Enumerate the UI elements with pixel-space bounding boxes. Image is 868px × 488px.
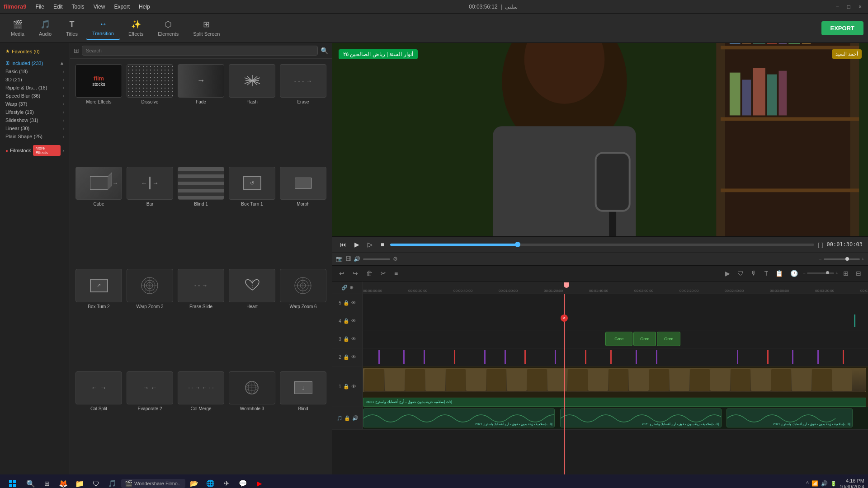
grid-icon[interactable]: ⊞	[74, 47, 79, 54]
edge-icon[interactable]: 🦊	[56, 476, 71, 488]
transition-morph[interactable]: Morph	[280, 167, 326, 265]
link-icon[interactable]: 🔗	[341, 285, 348, 291]
favorites-row[interactable]: ★ Favorites (0)	[3, 47, 67, 56]
volume-systray-icon[interactable]: 🔊	[821, 480, 828, 487]
toolbar-split-screen[interactable]: ⊞ Split Screen	[187, 17, 226, 39]
tl-shield-btn[interactable]: 🛡	[735, 268, 746, 278]
menu-view[interactable]: View	[90, 3, 109, 11]
shield-taskbar[interactable]: 🛡	[89, 476, 103, 488]
zoom-minus[interactable]: −	[819, 256, 821, 262]
clip-green-3[interactable]: Gree	[657, 332, 680, 346]
play-alt-button[interactable]: ▷	[365, 239, 375, 249]
close-btn[interactable]: ×	[856, 4, 864, 10]
track-4-lock[interactable]: 🔒	[343, 318, 349, 324]
rewind-button[interactable]: ⏮	[338, 239, 349, 249]
chrome-icon[interactable]: 🌐	[203, 476, 218, 488]
progress-thumb[interactable]	[515, 242, 520, 247]
filter-ripple[interactable]: Ripple & Dis... (16) ›	[3, 84, 67, 92]
transition-warpzoom6[interactable]: Warp Zoom 6	[280, 269, 326, 367]
toolbar-media[interactable]: 🎬 Media	[5, 17, 31, 39]
audio-clip-3[interactable]: إثات إسلامية حزينة بدون حقوق - أرج أعصاب…	[726, 408, 853, 427]
toolbar-transition[interactable]: ↔ Transition	[86, 17, 120, 40]
track-4-eye[interactable]: 👁	[351, 318, 356, 324]
stop-button[interactable]: ■	[378, 239, 387, 249]
track-3-eye[interactable]: 👁	[351, 336, 356, 342]
transition-evaporate2[interactable]: → ← Evaporate 2	[127, 371, 173, 469]
track-1-lock[interactable]: 🔒	[343, 384, 349, 389]
subtitle-clip-1[interactable]: إثات إسلامية حزينة بدون حقوق - أرج أعصاب…	[363, 398, 866, 407]
tl-zoom-slider[interactable]	[807, 272, 834, 274]
toolbar-elements[interactable]: ⬡ Elements	[151, 17, 185, 39]
network-icon[interactable]: 📶	[811, 480, 818, 487]
track-1-eye[interactable]: 👁	[351, 384, 356, 389]
delete-button[interactable]: 🗑	[364, 268, 375, 278]
filmstock-row[interactable]: ● Filmstock More Effects ›	[3, 143, 67, 158]
volume-icon[interactable]: 🔊	[354, 256, 360, 262]
music-icon[interactable]: 🎵	[105, 476, 119, 488]
transition-filmstocks[interactable]: film stocks More Effects	[75, 64, 122, 162]
tl-clock-btn[interactable]: 🕐	[788, 268, 800, 278]
search-input[interactable]	[82, 46, 318, 56]
included-section[interactable]: ⊞ Included (233) ▲	[3, 59, 67, 67]
screenshot-icon[interactable]: 📷	[336, 256, 343, 262]
toolbar-audio[interactable]: 🎵 Audio	[33, 17, 58, 39]
clip-green-1[interactable]: Gree	[605, 332, 632, 346]
list-button[interactable]: ≡	[392, 268, 400, 278]
more-effects-badge[interactable]: More Effects	[33, 145, 61, 156]
filter-3d[interactable]: 3D (21) ›	[3, 75, 67, 84]
bracket-right[interactable]: ]	[821, 241, 823, 248]
transition-colsplit[interactable]: ← → Col Split	[75, 371, 122, 469]
youtube-icon[interactable]: ▶	[252, 476, 267, 488]
track-5-lock[interactable]: 🔒	[343, 300, 349, 306]
transition-warpzoom3[interactable]: Warp Zoom 3	[127, 269, 173, 367]
track-5-eye[interactable]: 👁	[351, 300, 356, 305]
filter-slideshow[interactable]: Slideshow (31) ›	[3, 116, 67, 124]
audio-clip-2[interactable]: إثات إسلامية حزينة بدون حقوق - أرج أعصاب…	[560, 408, 722, 427]
clip-green-2[interactable]: Gree	[633, 332, 656, 346]
audio-clip-1[interactable]: إثات إسلامية حزينة بدون حقوق - أرج أعصاب…	[363, 408, 555, 427]
transition-colmerge[interactable]: - - → ← - - Col Merge	[178, 371, 224, 469]
tl-zoom-minus[interactable]: −	[803, 271, 806, 276]
menu-file[interactable]: File	[32, 3, 48, 11]
camera-icon[interactable]: 🎞	[345, 256, 351, 262]
zoom-plus[interactable]: +	[862, 256, 864, 262]
transition-wormhole3[interactable]: Wormhole 3	[229, 371, 275, 469]
progress-bar[interactable]	[390, 244, 814, 246]
tl-mic-btn[interactable]: 🎙	[749, 268, 760, 278]
folder-taskbar[interactable]: 📂	[187, 476, 202, 488]
transition-erase[interactable]: - - - → Erase	[280, 64, 326, 162]
zoom-slider[interactable]	[824, 258, 860, 260]
track-2-lock[interactable]: 🔒	[343, 354, 349, 360]
transition-cube[interactable]: → Cube	[75, 167, 122, 265]
edge2-icon[interactable]: ✈	[220, 476, 234, 488]
maximize-btn[interactable]: □	[844, 4, 853, 10]
transition-bar[interactable]: ← → Bar	[127, 167, 173, 265]
magnet-icon[interactable]: ⊕	[349, 285, 354, 291]
filter-warp[interactable]: Warp (37) ›	[3, 100, 67, 108]
track-3-lock[interactable]: 🔒	[343, 336, 349, 342]
menu-help[interactable]: Help	[135, 3, 154, 11]
filter-lifestyle[interactable]: Lifestyle (19) ›	[3, 108, 67, 116]
telegram-icon[interactable]: 💬	[236, 476, 250, 488]
settings-icon[interactable]: ⚙	[393, 256, 398, 262]
transition-eraseslide[interactable]: - - → Erase Slide	[178, 269, 224, 367]
bracket-left[interactable]: [	[818, 241, 820, 248]
tl-split-btn[interactable]: ⊟	[854, 268, 863, 278]
track-2-eye[interactable]: 👁	[351, 354, 356, 360]
filter-basic[interactable]: Basic (18) ›	[3, 67, 67, 75]
playhead-x-marker[interactable]: ×	[561, 314, 568, 322]
transition-fade[interactable]: → Fade	[178, 64, 224, 162]
toolbar-titles[interactable]: T Titles	[60, 17, 84, 39]
tl-text-btn[interactable]: T	[762, 268, 771, 278]
tl-grid-btn[interactable]: ⊞	[841, 268, 851, 278]
explorer-icon[interactable]: 📁	[72, 476, 87, 488]
minimize-btn[interactable]: −	[833, 4, 842, 10]
export-button[interactable]: EXPORT	[821, 21, 863, 35]
transition-boxturn2[interactable]: ↗ Box Turn 2	[75, 269, 122, 367]
track-audio1-vol[interactable]: 🔊	[352, 415, 359, 421]
toolbar-effects[interactable]: ✨ Effects	[122, 17, 150, 39]
tl-play-btn[interactable]: ▶	[723, 268, 732, 278]
track-audio1-lock[interactable]: 🔒	[344, 415, 350, 421]
start-button[interactable]	[4, 476, 22, 488]
transition-boxturn1[interactable]: ↺ Box Turn 1	[229, 167, 275, 265]
